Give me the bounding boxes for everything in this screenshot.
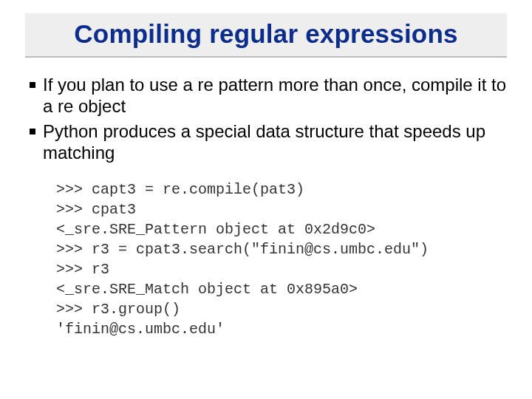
code-line: >>> capt3 = re.compile(pat3) — [56, 181, 304, 198]
page-title: Compiling regular expressions — [34, 19, 498, 49]
code-line: >>> cpat3 — [56, 201, 136, 218]
list-item: Python produces a special data structure… — [30, 120, 507, 164]
list-item: If you plan to use a re pattern more tha… — [30, 74, 507, 117]
code-line: >>> r3 = cpat3.search("finin@cs.umbc.edu… — [56, 241, 429, 258]
code-line: >>> r3 — [56, 261, 109, 278]
slide: Compiling regular expressions If you pla… — [0, 0, 532, 399]
code-line: <_sre.SRE_Pattern object at 0x2d9c0> — [56, 221, 375, 238]
bullet-text: Python produces a special data structure… — [43, 120, 507, 164]
bullet-icon — [30, 129, 35, 134]
bullet-text: If you plan to use a re pattern more tha… — [43, 74, 507, 117]
code-line: 'finin@cs.umbc.edu' — [56, 321, 225, 338]
title-box: Compiling regular expressions — [25, 13, 507, 58]
code-block: >>> capt3 = re.compile(pat3) >>> cpat3 <… — [56, 180, 507, 339]
bullet-icon — [30, 82, 35, 88]
code-line: >>> r3.group() — [56, 301, 180, 318]
bullet-list: If you plan to use a re pattern more tha… — [30, 74, 507, 163]
code-line: <_sre.SRE_Match object at 0x895a0> — [56, 281, 358, 298]
